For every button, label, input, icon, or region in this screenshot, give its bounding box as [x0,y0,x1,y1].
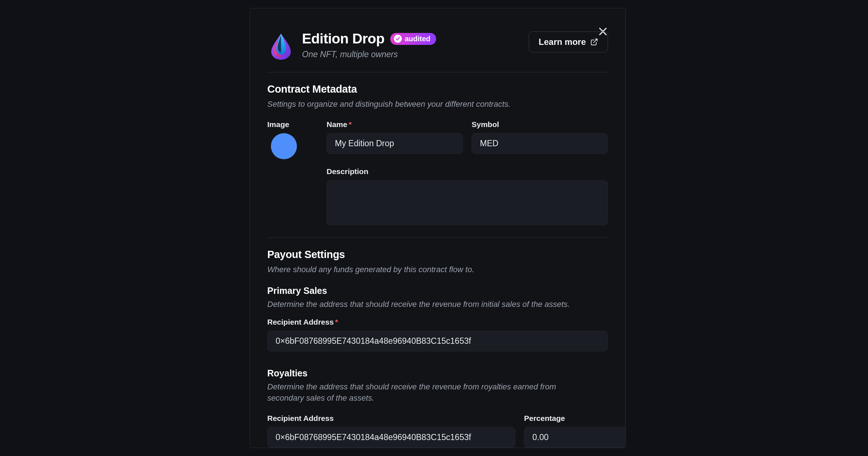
metadata-section-title: Contract Metadata [267,83,608,95]
payout-section-title: Payout Settings [267,249,608,261]
svg-line-2 [593,39,597,43]
percentage-label: Percentage [524,414,608,423]
primary-sales-desc: Determine the address that should receiv… [267,299,608,310]
primary-recipient-input[interactable] [267,331,608,351]
metadata-section-desc: Settings to organize and distinguish bet… [267,99,608,110]
payout-settings-section: Payout Settings Where should any funds g… [267,238,608,448]
description-label: Description [327,167,608,176]
description-input[interactable] [327,180,608,225]
check-circle-icon [394,35,402,43]
learn-more-button[interactable]: Learn more [529,31,608,52]
royalty-recipient-input[interactable] [267,427,515,448]
contract-metadata-section: Contract Metadata Settings to organize a… [267,72,608,238]
name-label: Name* [327,120,463,129]
primary-recipient-label: Recipient Address* [267,318,608,326]
royalties-desc: Determine the address that should receiv… [267,381,571,404]
external-link-icon [590,38,598,46]
royalty-recipient-label: Recipient Address [267,414,515,423]
percentage-input[interactable] [524,427,626,448]
symbol-input[interactable] [472,133,608,154]
deploy-contract-modal: Edition Drop audited One NFT, multiple o… [250,8,626,448]
name-input[interactable] [327,133,463,154]
drop-icon [269,32,293,60]
page-title: Edition Drop [302,31,384,47]
page-subtitle: One NFT, multiple owners [302,50,522,59]
primary-sales-title: Primary Sales [267,286,608,296]
royalties-title: Royalties [267,368,608,379]
symbol-label: Symbol [472,120,608,129]
contract-logo [267,32,295,60]
image-upload[interactable] [271,133,297,159]
image-label: Image [267,120,318,129]
audited-badge: audited [390,33,436,45]
audited-label: audited [405,35,430,43]
learn-more-label: Learn more [539,37,586,47]
payout-section-desc: Where should any funds generated by this… [267,264,608,275]
